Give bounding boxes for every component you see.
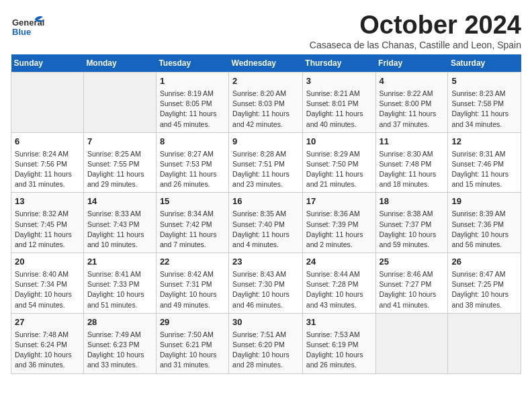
- sunset-info: Sunset: 6:21 PM: [160, 340, 225, 350]
- daylight-info: Daylight: 11 hours and 15 minutes.: [451, 169, 517, 189]
- daylight-info: Daylight: 10 hours and 38 minutes.: [451, 289, 517, 310]
- sunset-info: Sunset: 7:58 PM: [451, 99, 517, 109]
- sunrise-info: Sunrise: 8:33 AM: [87, 209, 152, 219]
- sunrise-info: Sunrise: 7:53 AM: [306, 330, 372, 340]
- daylight-info: Daylight: 10 hours and 33 minutes.: [87, 350, 152, 370]
- sunrise-info: Sunrise: 8:34 AM: [160, 209, 225, 219]
- sunrise-info: Sunrise: 8:29 AM: [306, 149, 372, 159]
- daylight-info: Daylight: 11 hours and 21 minutes.: [306, 169, 372, 189]
- sunset-info: Sunset: 7:56 PM: [15, 159, 80, 169]
- col-friday: Friday: [375, 54, 448, 73]
- daylight-info: Daylight: 10 hours and 56 minutes.: [451, 230, 517, 250]
- sunrise-info: Sunrise: 8:46 AM: [380, 269, 445, 279]
- calendar-cell: 5Sunrise: 8:23 AMSunset: 7:58 PMDaylight…: [448, 73, 521, 133]
- sunset-info: Sunset: 7:40 PM: [232, 220, 299, 230]
- daylight-info: Daylight: 11 hours and 18 minutes.: [380, 169, 445, 189]
- daylight-info: Daylight: 11 hours and 23 minutes.: [232, 169, 299, 189]
- sunrise-info: Sunrise: 8:39 AM: [451, 209, 517, 219]
- sunset-info: Sunset: 8:01 PM: [306, 99, 372, 109]
- sunset-info: Sunset: 7:25 PM: [451, 279, 517, 289]
- sunrise-info: Sunrise: 8:35 AM: [232, 209, 299, 219]
- day-number: 3: [306, 75, 372, 88]
- calendar-table: Sunday Monday Tuesday Wednesday Thursday…: [11, 54, 521, 374]
- svg-text:Blue: Blue: [12, 27, 31, 37]
- day-number: 22: [160, 256, 225, 269]
- sunset-info: Sunset: 7:33 PM: [87, 279, 152, 289]
- sunrise-info: Sunrise: 8:43 AM: [232, 269, 299, 279]
- calendar-row: 6Sunrise: 8:24 AMSunset: 7:56 PMDaylight…: [11, 132, 521, 193]
- day-number: 6: [15, 136, 80, 148]
- daylight-info: Daylight: 11 hours and 37 minutes.: [380, 109, 445, 129]
- calendar-row: 27Sunrise: 7:48 AMSunset: 6:24 PMDayligh…: [11, 313, 521, 373]
- sunrise-info: Sunrise: 8:38 AM: [380, 209, 445, 219]
- calendar-cell: 30Sunrise: 7:51 AMSunset: 6:20 PMDayligh…: [229, 313, 303, 373]
- day-number: 11: [380, 136, 445, 148]
- calendar-cell: 20Sunrise: 8:40 AMSunset: 7:34 PMDayligh…: [11, 253, 84, 314]
- daylight-info: Daylight: 11 hours and 7 minutes.: [160, 230, 225, 250]
- calendar-cell: 8Sunrise: 8:27 AMSunset: 7:53 PMDaylight…: [156, 132, 228, 193]
- calendar-row: 20Sunrise: 8:40 AMSunset: 7:34 PMDayligh…: [11, 253, 521, 314]
- daylight-info: Daylight: 10 hours and 54 minutes.: [15, 289, 80, 310]
- day-number: 23: [232, 256, 299, 269]
- calendar-cell: 17Sunrise: 8:36 AMSunset: 7:39 PMDayligh…: [302, 193, 375, 253]
- calendar-row: 1Sunrise: 8:19 AMSunset: 8:05 PMDaylight…: [11, 73, 521, 133]
- day-number: 9: [232, 136, 299, 148]
- day-number: 18: [380, 195, 445, 208]
- col-tuesday: Tuesday: [156, 54, 228, 73]
- sunset-info: Sunset: 8:00 PM: [380, 99, 445, 109]
- sunrise-info: Sunrise: 8:22 AM: [380, 89, 445, 99]
- sunset-info: Sunset: 7:45 PM: [15, 220, 80, 230]
- sunset-info: Sunset: 7:43 PM: [87, 220, 152, 230]
- calendar-cell: [11, 73, 84, 133]
- day-number: 19: [451, 195, 517, 208]
- calendar-cell: 26Sunrise: 8:47 AMSunset: 7:25 PMDayligh…: [448, 253, 521, 314]
- sunset-info: Sunset: 7:39 PM: [306, 220, 372, 230]
- sunset-info: Sunset: 6:20 PM: [232, 340, 299, 350]
- col-saturday: Saturday: [448, 54, 521, 73]
- header-row: Sunday Monday Tuesday Wednesday Thursday…: [11, 54, 521, 73]
- daylight-info: Daylight: 10 hours and 28 minutes.: [232, 350, 299, 370]
- daylight-info: Daylight: 10 hours and 43 minutes.: [306, 289, 372, 310]
- sunset-info: Sunset: 7:50 PM: [306, 159, 372, 169]
- sunrise-info: Sunrise: 8:24 AM: [15, 149, 80, 159]
- sunset-info: Sunset: 7:34 PM: [15, 279, 80, 289]
- day-number: 16: [232, 195, 299, 208]
- sunrise-info: Sunrise: 7:51 AM: [232, 330, 299, 340]
- day-number: 27: [15, 316, 80, 329]
- title-area: October 2024 Casaseca de las Chanas, Cas…: [310, 11, 521, 50]
- calendar-cell: 7Sunrise: 8:25 AMSunset: 7:55 PMDaylight…: [83, 132, 156, 193]
- calendar-cell: 1Sunrise: 8:19 AMSunset: 8:05 PMDaylight…: [156, 73, 228, 133]
- day-number: 14: [87, 195, 152, 208]
- col-monday: Monday: [83, 54, 156, 73]
- calendar-cell: 27Sunrise: 7:48 AMSunset: 6:24 PMDayligh…: [11, 313, 84, 373]
- daylight-info: Daylight: 10 hours and 49 minutes.: [160, 289, 225, 310]
- daylight-info: Daylight: 11 hours and 42 minutes.: [232, 109, 299, 129]
- daylight-info: Daylight: 10 hours and 36 minutes.: [15, 350, 80, 370]
- sunrise-info: Sunrise: 8:32 AM: [15, 209, 80, 219]
- day-number: 5: [451, 75, 517, 88]
- sunset-info: Sunset: 7:37 PM: [380, 220, 445, 230]
- calendar-cell: 13Sunrise: 8:32 AMSunset: 7:45 PMDayligh…: [11, 193, 84, 253]
- calendar-cell: 18Sunrise: 8:38 AMSunset: 7:37 PMDayligh…: [375, 193, 448, 253]
- calendar-cell: 24Sunrise: 8:44 AMSunset: 7:28 PMDayligh…: [302, 253, 375, 314]
- daylight-info: Daylight: 10 hours and 31 minutes.: [160, 350, 225, 370]
- daylight-info: Daylight: 11 hours and 2 minutes.: [306, 230, 372, 250]
- sunrise-info: Sunrise: 7:49 AM: [87, 330, 152, 340]
- sunrise-info: Sunrise: 8:20 AM: [232, 89, 299, 99]
- calendar-cell: 23Sunrise: 8:43 AMSunset: 7:30 PMDayligh…: [229, 253, 303, 314]
- daylight-info: Daylight: 11 hours and 29 minutes.: [87, 169, 152, 189]
- sunrise-info: Sunrise: 8:44 AM: [306, 269, 372, 279]
- sunset-info: Sunset: 8:03 PM: [232, 99, 299, 109]
- month-title: October 2024: [310, 11, 521, 40]
- day-number: 1: [160, 75, 225, 88]
- calendar-cell: [448, 313, 521, 373]
- sunrise-info: Sunrise: 8:30 AM: [380, 149, 445, 159]
- calendar-cell: [83, 73, 156, 133]
- daylight-info: Daylight: 10 hours and 26 minutes.: [306, 350, 372, 370]
- daylight-info: Daylight: 10 hours and 46 minutes.: [232, 289, 299, 310]
- day-number: 15: [160, 195, 225, 208]
- day-number: 12: [451, 136, 517, 148]
- calendar-cell: 25Sunrise: 8:46 AMSunset: 7:27 PMDayligh…: [375, 253, 448, 314]
- calendar-cell: 22Sunrise: 8:42 AMSunset: 7:31 PMDayligh…: [156, 253, 228, 314]
- sunrise-info: Sunrise: 8:40 AM: [15, 269, 80, 279]
